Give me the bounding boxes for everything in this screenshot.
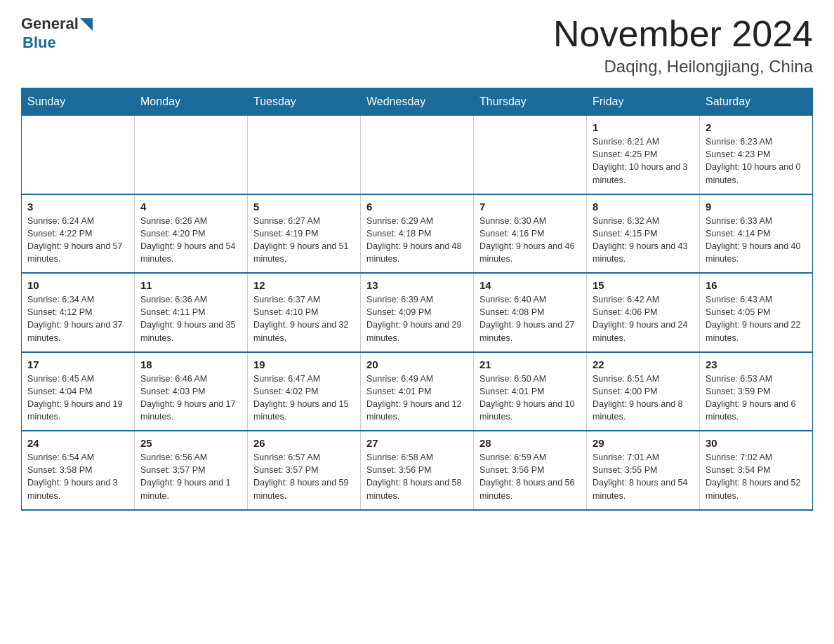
calendar-cell: 12Sunrise: 6:37 AMSunset: 4:10 PMDayligh… xyxy=(248,273,361,352)
day-info: Sunrise: 6:23 AMSunset: 4:23 PMDaylight:… xyxy=(706,135,807,187)
week-row-1: 3Sunrise: 6:24 AMSunset: 4:22 PMDaylight… xyxy=(22,194,813,274)
location-title: Daqing, Heilongjiang, China xyxy=(553,57,813,76)
day-number: 4 xyxy=(140,201,241,213)
calendar-cell: 17Sunrise: 6:45 AMSunset: 4:04 PMDayligh… xyxy=(22,352,135,431)
day-number: 17 xyxy=(27,358,128,370)
day-number: 2 xyxy=(706,121,807,133)
day-info: Sunrise: 6:59 AMSunset: 3:56 PMDaylight:… xyxy=(479,451,581,502)
calendar-cell: 8Sunrise: 6:32 AMSunset: 4:15 PMDaylight… xyxy=(587,194,700,274)
calendar-cell xyxy=(361,116,474,194)
day-number: 25 xyxy=(140,437,241,449)
calendar-cell: 16Sunrise: 6:43 AMSunset: 4:05 PMDayligh… xyxy=(700,273,813,352)
day-number: 5 xyxy=(253,201,355,213)
day-number: 1 xyxy=(593,121,694,133)
logo-arrow-icon xyxy=(80,18,93,31)
day-info: Sunrise: 6:24 AMSunset: 4:22 PMDaylight:… xyxy=(27,215,128,266)
calendar-cell xyxy=(135,116,248,194)
day-info: Sunrise: 6:47 AMSunset: 4:02 PMDaylight:… xyxy=(253,373,355,424)
day-info: Sunrise: 6:49 AMSunset: 4:01 PMDaylight:… xyxy=(366,373,468,424)
calendar-cell: 19Sunrise: 6:47 AMSunset: 4:02 PMDayligh… xyxy=(248,352,361,431)
calendar-cell: 6Sunrise: 6:29 AMSunset: 4:18 PMDaylight… xyxy=(361,194,474,274)
day-number: 28 xyxy=(479,437,581,449)
logo-general: General xyxy=(21,15,79,33)
calendar-cell: 15Sunrise: 6:42 AMSunset: 4:06 PMDayligh… xyxy=(587,273,700,352)
calendar-cell: 29Sunrise: 7:01 AMSunset: 3:55 PMDayligh… xyxy=(587,431,700,510)
day-info: Sunrise: 6:39 AMSunset: 4:09 PMDaylight:… xyxy=(366,293,468,344)
calendar-cell: 10Sunrise: 6:34 AMSunset: 4:12 PMDayligh… xyxy=(22,273,135,352)
day-info: Sunrise: 6:34 AMSunset: 4:12 PMDaylight:… xyxy=(27,293,128,344)
calendar-cell: 22Sunrise: 6:51 AMSunset: 4:00 PMDayligh… xyxy=(587,352,700,431)
calendar-cell: 1Sunrise: 6:21 AMSunset: 4:25 PMDaylight… xyxy=(587,116,700,194)
calendar-cell: 23Sunrise: 6:53 AMSunset: 3:59 PMDayligh… xyxy=(700,352,813,431)
day-number: 13 xyxy=(366,279,468,291)
calendar-cell xyxy=(248,116,361,194)
calendar-cell: 7Sunrise: 6:30 AMSunset: 4:16 PMDaylight… xyxy=(474,194,587,274)
logo-blue: Blue xyxy=(22,34,56,52)
day-number: 29 xyxy=(593,437,694,449)
calendar-header: SundayMondayTuesdayWednesdayThursdayFrid… xyxy=(22,88,813,116)
page-header: General Blue November 2024 Daqing, Heilo… xyxy=(21,14,813,76)
day-number: 12 xyxy=(253,279,355,291)
day-info: Sunrise: 6:56 AMSunset: 3:57 PMDaylight:… xyxy=(140,451,241,502)
day-info: Sunrise: 6:45 AMSunset: 4:04 PMDaylight:… xyxy=(27,373,128,424)
calendar-cell xyxy=(22,116,135,194)
day-number: 22 xyxy=(593,358,694,370)
day-info: Sunrise: 6:46 AMSunset: 4:03 PMDaylight:… xyxy=(140,373,241,424)
title-block: November 2024 Daqing, Heilongjiang, Chin… xyxy=(553,14,813,76)
calendar-cell: 14Sunrise: 6:40 AMSunset: 4:08 PMDayligh… xyxy=(474,273,587,352)
week-row-3: 17Sunrise: 6:45 AMSunset: 4:04 PMDayligh… xyxy=(22,352,813,431)
weekday-header-wednesday: Wednesday xyxy=(361,88,474,116)
day-number: 8 xyxy=(593,201,694,213)
calendar-cell: 21Sunrise: 6:50 AMSunset: 4:01 PMDayligh… xyxy=(474,352,587,431)
calendar-cell: 5Sunrise: 6:27 AMSunset: 4:19 PMDaylight… xyxy=(248,194,361,274)
day-number: 10 xyxy=(27,279,128,291)
logo: General Blue xyxy=(21,14,93,52)
calendar-cell: 26Sunrise: 6:57 AMSunset: 3:57 PMDayligh… xyxy=(248,431,361,510)
day-info: Sunrise: 6:30 AMSunset: 4:16 PMDaylight:… xyxy=(479,215,581,266)
day-number: 18 xyxy=(140,358,241,370)
calendar-cell: 20Sunrise: 6:49 AMSunset: 4:01 PMDayligh… xyxy=(361,352,474,431)
day-number: 11 xyxy=(140,279,241,291)
day-info: Sunrise: 6:26 AMSunset: 4:20 PMDaylight:… xyxy=(140,215,241,266)
calendar-table: SundayMondayTuesdayWednesdayThursdayFrid… xyxy=(21,88,813,511)
day-number: 15 xyxy=(593,279,694,291)
calendar-cell: 3Sunrise: 6:24 AMSunset: 4:22 PMDaylight… xyxy=(22,194,135,274)
calendar-cell: 4Sunrise: 6:26 AMSunset: 4:20 PMDaylight… xyxy=(135,194,248,274)
day-number: 7 xyxy=(479,201,581,213)
calendar-cell: 2Sunrise: 6:23 AMSunset: 4:23 PMDaylight… xyxy=(700,116,813,194)
weekday-header-thursday: Thursday xyxy=(474,88,587,116)
day-number: 23 xyxy=(706,358,807,370)
weekday-header-friday: Friday xyxy=(587,88,700,116)
day-info: Sunrise: 7:02 AMSunset: 3:54 PMDaylight:… xyxy=(706,451,807,502)
day-number: 30 xyxy=(706,437,807,449)
day-info: Sunrise: 6:50 AMSunset: 4:01 PMDaylight:… xyxy=(479,373,581,424)
day-info: Sunrise: 6:51 AMSunset: 4:00 PMDaylight:… xyxy=(593,373,694,424)
svg-marker-0 xyxy=(80,18,93,31)
calendar-cell: 11Sunrise: 6:36 AMSunset: 4:11 PMDayligh… xyxy=(135,273,248,352)
day-info: Sunrise: 7:01 AMSunset: 3:55 PMDaylight:… xyxy=(593,451,694,502)
day-number: 19 xyxy=(253,358,355,370)
calendar-body: 1Sunrise: 6:21 AMSunset: 4:25 PMDaylight… xyxy=(22,116,813,510)
day-info: Sunrise: 6:53 AMSunset: 3:59 PMDaylight:… xyxy=(706,373,807,424)
day-info: Sunrise: 6:29 AMSunset: 4:18 PMDaylight:… xyxy=(366,215,468,266)
day-info: Sunrise: 6:58 AMSunset: 3:56 PMDaylight:… xyxy=(366,451,468,502)
day-info: Sunrise: 6:42 AMSunset: 4:06 PMDaylight:… xyxy=(593,293,694,344)
day-number: 3 xyxy=(27,201,128,213)
day-info: Sunrise: 6:32 AMSunset: 4:15 PMDaylight:… xyxy=(593,215,694,266)
calendar-cell: 28Sunrise: 6:59 AMSunset: 3:56 PMDayligh… xyxy=(474,431,587,510)
day-number: 6 xyxy=(366,201,468,213)
week-row-0: 1Sunrise: 6:21 AMSunset: 4:25 PMDaylight… xyxy=(22,116,813,194)
weekday-header-sunday: Sunday xyxy=(22,88,135,116)
day-number: 26 xyxy=(253,437,355,449)
weekday-header-monday: Monday xyxy=(135,88,248,116)
calendar-cell: 9Sunrise: 6:33 AMSunset: 4:14 PMDaylight… xyxy=(700,194,813,274)
day-info: Sunrise: 6:27 AMSunset: 4:19 PMDaylight:… xyxy=(253,215,355,266)
calendar-cell: 18Sunrise: 6:46 AMSunset: 4:03 PMDayligh… xyxy=(135,352,248,431)
day-info: Sunrise: 6:36 AMSunset: 4:11 PMDaylight:… xyxy=(140,293,241,344)
week-row-2: 10Sunrise: 6:34 AMSunset: 4:12 PMDayligh… xyxy=(22,273,813,352)
day-info: Sunrise: 6:57 AMSunset: 3:57 PMDaylight:… xyxy=(253,451,355,502)
day-info: Sunrise: 6:43 AMSunset: 4:05 PMDaylight:… xyxy=(706,293,807,344)
day-number: 20 xyxy=(366,358,468,370)
month-title: November 2024 xyxy=(553,14,813,54)
weekday-header-saturday: Saturday xyxy=(700,88,813,116)
